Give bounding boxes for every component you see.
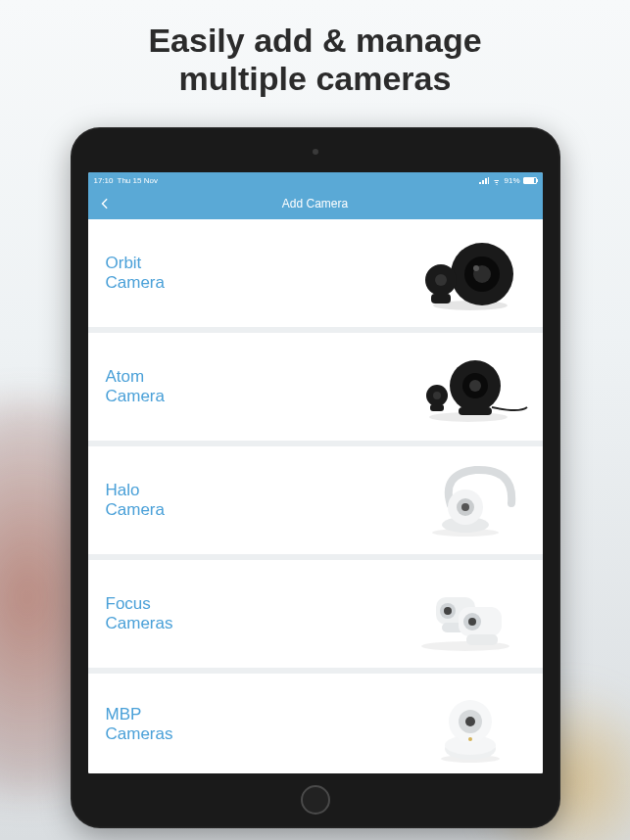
svg-point-35: [465, 717, 475, 726]
promo-headline: Easily add & manage multiple cameras: [0, 0, 630, 116]
camera-type-list[interactable]: Orbit Camera: [88, 219, 543, 773]
label-line1: Halo: [106, 481, 165, 500]
svg-rect-6: [431, 294, 451, 303]
svg-rect-29: [466, 634, 498, 645]
signal-icon: [479, 177, 489, 184]
status-time: 17:10: [94, 176, 114, 185]
wifi-icon: [492, 177, 501, 184]
svg-point-20: [461, 503, 469, 511]
svg-rect-14: [430, 404, 444, 411]
list-item-label: Orbit Camera: [106, 254, 165, 294]
promo-headline-line1: Easily add & manage: [148, 22, 481, 59]
svg-point-7: [435, 274, 447, 286]
nav-bar: Add Camera: [88, 188, 543, 219]
list-item-atom-camera[interactable]: Atom Camera: [88, 333, 543, 441]
halo-camera-icon: [382, 456, 529, 544]
nav-title: Add Camera: [282, 197, 348, 210]
battery-icon: [523, 177, 537, 184]
orbit-camera-icon: [382, 229, 529, 317]
home-button[interactable]: [301, 785, 330, 815]
list-item-mbp-cameras[interactable]: MBP Cameras: [88, 674, 543, 773]
atom-camera-icon: [382, 343, 529, 431]
status-battery-pct: 91%: [504, 176, 519, 185]
list-item-orbit-camera[interactable]: Orbit Camera: [88, 219, 543, 327]
label-line1: MBP: [106, 705, 173, 724]
arrow-left-icon: [99, 197, 113, 210]
label-line2: Camera: [106, 387, 165, 406]
label-line1: Atom: [106, 367, 165, 387]
svg-point-11: [469, 380, 481, 392]
list-item-label: MBP Cameras: [106, 705, 173, 745]
label-line2: Camera: [106, 273, 165, 293]
focus-cameras-icon: [382, 570, 529, 658]
tablet-device-frame: 17:10 Thu 15 Nov 91% Add Camera Orbit Ca…: [71, 127, 560, 828]
list-item-focus-cameras[interactable]: Focus Cameras: [88, 560, 543, 668]
promo-headline-line2: multiple cameras: [179, 60, 452, 97]
list-item-halo-camera[interactable]: Halo Camera: [88, 446, 543, 554]
svg-rect-12: [459, 407, 492, 415]
status-bar: 17:10 Thu 15 Nov 91%: [88, 172, 543, 188]
svg-point-28: [468, 618, 476, 626]
list-item-label: Atom Camera: [106, 367, 165, 407]
tablet-screen: 17:10 Thu 15 Nov 91% Add Camera Orbit Ca…: [88, 172, 543, 773]
back-button[interactable]: [98, 196, 114, 211]
svg-point-15: [433, 392, 441, 399]
svg-point-36: [468, 737, 472, 741]
label-line2: Camera: [106, 500, 165, 520]
label-line2: Cameras: [106, 614, 173, 633]
svg-point-24: [444, 607, 452, 615]
label-line1: Focus: [106, 594, 173, 614]
list-item-label: Halo Camera: [106, 481, 165, 521]
label-line2: Cameras: [106, 724, 173, 744]
label-line1: Orbit: [106, 254, 165, 273]
svg-point-4: [473, 265, 479, 271]
mbp-cameras-icon: [382, 680, 529, 769]
list-item-label: Focus Cameras: [106, 594, 173, 634]
status-date: Thu 15 Nov: [118, 176, 158, 185]
